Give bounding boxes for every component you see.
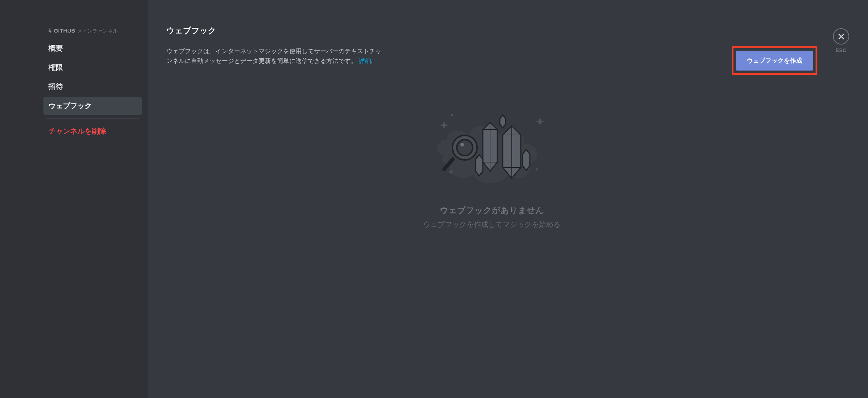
sidebar-item-overview[interactable]: 概要 [43, 39, 142, 57]
sidebar-header: # GITHUB メインチャンネル [43, 27, 142, 39]
close-label: ESC [835, 47, 846, 53]
svg-point-9 [457, 140, 473, 156]
create-webhook-button[interactable]: ウェブフックを作成 [736, 51, 813, 71]
sidebar-item-delete-channel[interactable]: チャンネルを削除 [43, 122, 142, 140]
page-title: ウェブフック [166, 25, 817, 36]
channel-suffix: メインチャンネル [77, 28, 118, 34]
page-description-text: ウェブフックは、インターネットマジックを使用してサーバーのテキストチャンネルに自… [166, 48, 382, 64]
page-description-suffix: . [371, 58, 373, 64]
svg-point-1 [451, 114, 453, 116]
close-icon [833, 28, 849, 45]
channel-hash-icon: # [48, 27, 52, 34]
svg-point-11 [460, 143, 464, 147]
empty-state: ウェブフックがありません ウェブフックを作成してマジックを始める [166, 86, 817, 384]
sidebar-item-webhooks[interactable]: ウェブフック [43, 97, 142, 115]
channel-name: GITHUB [54, 27, 75, 34]
learn-more-link[interactable]: 詳細 [359, 58, 371, 64]
empty-state-title: ウェブフックがありません [440, 205, 544, 216]
page-description: ウェブフックは、インターネットマジックを使用してサーバーのテキストチャンネルに自… [166, 46, 387, 66]
page-header-row: ウェブフックは、インターネットマジックを使用してサーバーのテキストチャンネルに自… [166, 46, 817, 86]
sidebar-divider [46, 118, 139, 119]
svg-point-0 [536, 168, 538, 170]
empty-state-illustration [430, 101, 553, 195]
settings-sidebar: # GITHUB メインチャンネル 概要 権限 招待 ウェブフック チャンネルを… [0, 0, 148, 398]
close-button[interactable]: ESC [833, 28, 849, 53]
sidebar-item-permissions[interactable]: 権限 [43, 59, 142, 76]
empty-state-subtitle: ウェブフックを作成してマジックを始める [423, 220, 561, 229]
sidebar-item-invites[interactable]: 招待 [43, 78, 142, 96]
main-content: ウェブフック ウェブフックは、インターネットマジックを使用してサーバーのテキスト… [148, 0, 868, 398]
highlight-annotation: ウェブフックを作成 [732, 46, 817, 75]
